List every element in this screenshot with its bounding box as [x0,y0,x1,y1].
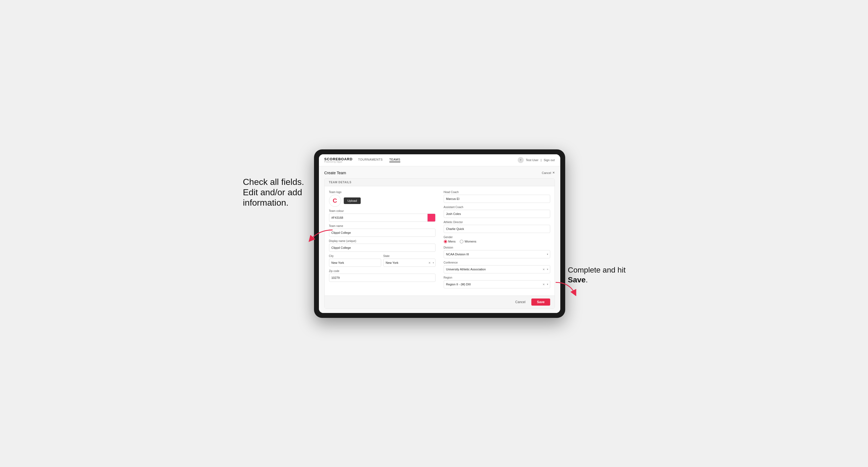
athletic-director-group: Athletic Director [444,221,550,233]
cancel-top-link[interactable]: Cancel ✕ [542,171,555,175]
arrow-right-icon [553,280,580,296]
user-avatar: T [518,157,524,163]
left-column: Team logo C Upload Team colo [329,191,435,291]
city-subgroup: City [329,254,381,267]
region-select-wrapper: Region II - (M) DIII ✕ ▾ [444,280,550,288]
brand-title: SCOREBOARD [324,157,353,161]
gender-mens-label[interactable]: Mens [444,240,456,243]
region-group: Region Region II - (M) DIII ✕ ▾ [444,276,550,288]
state-select[interactable]: New York [383,259,435,267]
team-colour-group: Team colour [329,210,435,222]
gender-label: Gender [444,236,550,239]
logo-area: C Upload [329,195,435,207]
display-name-label: Display name (unique) [329,240,435,243]
nav-link-teams[interactable]: TEAMS [390,158,400,162]
user-name: Test User [526,158,538,162]
division-group: Division NCAA Division III ▾ [444,246,550,258]
nav-links: TOURNAMENTS TEAMS [358,158,518,162]
nav-link-tournaments[interactable]: TOURNAMENTS [358,158,382,162]
assistant-coach-label: Assistant Coach [444,206,550,209]
athletic-director-input[interactable] [444,225,550,233]
page-title: Create Team [324,171,346,175]
state-clear-icon[interactable]: ✕ [428,261,431,264]
assistant-coach-input[interactable] [444,210,550,218]
nav-brand: SCOREBOARD Powered by clippd [324,157,353,163]
display-name-input[interactable] [329,244,435,252]
team-name-input[interactable] [329,228,435,237]
division-label: Division [444,246,550,249]
page-header: Create Team Cancel ✕ [324,171,555,175]
conference-label: Conference [444,261,550,264]
division-select[interactable]: NCAA Division III [444,250,550,258]
display-name-group: Display name (unique) [329,240,435,252]
region-select[interactable]: Region II - (M) DIII [444,280,550,288]
sign-out-link[interactable]: Sign out [544,158,555,162]
assistant-coach-group: Assistant Coach [444,206,550,218]
head-coach-label: Head Coach [444,191,550,194]
athletic-director-label: Athletic Director [444,221,550,224]
save-button[interactable]: Save [531,299,550,306]
gender-radio-group: Mens Womens [444,240,550,243]
zip-input[interactable] [329,274,435,282]
city-state-row: City State New York [329,254,435,267]
gender-mens-radio[interactable] [444,240,447,243]
form-body: Team logo C Upload Team colo [324,186,555,295]
state-select-wrapper: New York ✕ ▾ [383,259,435,267]
state-label: State [383,254,435,257]
arrow-left-icon [303,227,335,244]
team-name-label: Team name [329,224,435,227]
conference-select-wrapper: University Athletic Association ✕ ▾ [444,265,550,273]
brand-sub: Powered by clippd [324,161,353,163]
user-separator: | [540,158,541,162]
main-content: Create Team Cancel ✕ TEAM DETAILS [319,166,560,313]
color-input-row [329,214,435,222]
section-header: TEAM DETAILS [324,179,555,186]
instruction-left: Check all fields. Edit and/or add inform… [243,177,309,208]
navbar: SCOREBOARD Powered by clippd TOURNAMENTS… [319,154,560,166]
head-coach-group: Head Coach [444,191,550,203]
conference-clear-icon[interactable]: ✕ [542,268,545,271]
gender-womens-radio[interactable] [460,240,463,243]
gender-group: Gender Mens Womens [444,236,550,243]
nav-user: T Test User | Sign out [518,157,555,163]
team-name-group: Team name [329,224,435,237]
conference-group: Conference University Athletic Associati… [444,261,550,273]
right-column: Head Coach Assistant Coach Athletic Dire… [444,191,550,291]
region-label: Region [444,276,550,279]
head-coach-input[interactable] [444,195,550,203]
state-subgroup: State New York ✕ ▾ [383,254,435,267]
color-swatch[interactable] [427,214,435,222]
team-colour-input[interactable] [329,214,427,222]
upload-button[interactable]: Upload [344,197,361,204]
team-colour-label: Team colour [329,210,435,213]
cancel-x-icon: ✕ [552,171,555,175]
cancel-button[interactable]: Cancel [512,299,529,306]
team-logo-group: Team logo C Upload [329,191,435,207]
form-card: TEAM DETAILS Team logo C [324,178,555,309]
logo-circle: C [329,195,341,207]
city-input[interactable] [329,259,381,267]
city-label: City [329,254,381,257]
zip-label: Zip code [329,270,435,273]
team-logo-label: Team logo [329,191,435,194]
tablet-inner: SCOREBOARD Powered by clippd TOURNAMENTS… [319,154,560,313]
gender-womens-label[interactable]: Womens [460,240,476,243]
division-select-wrapper: NCAA Division III ▾ [444,250,550,258]
form-footer: Cancel Save [324,295,555,308]
tablet-frame: SCOREBOARD Powered by clippd TOURNAMENTS… [314,149,565,318]
city-state-group: City State New York [329,254,435,267]
conference-select[interactable]: University Athletic Association [444,265,550,273]
zip-code-group: Zip code [329,270,435,282]
region-clear-icon[interactable]: ✕ [542,283,545,286]
